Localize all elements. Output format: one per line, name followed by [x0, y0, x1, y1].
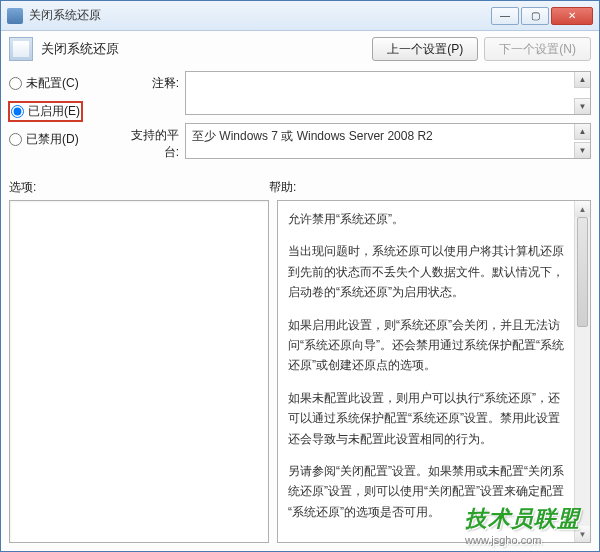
prev-setting-button[interactable]: 上一个设置(P) [372, 37, 478, 61]
platform-label: 支持的平台: [119, 123, 179, 161]
next-setting-button: 下一个设置(N) [484, 37, 591, 61]
nav-buttons: 上一个设置(P) 下一个设置(N) [372, 37, 591, 61]
comment-row: 注释: ▲ ▼ [119, 71, 591, 115]
options-pane [9, 200, 269, 543]
scroll-down-icon[interactable]: ▼ [574, 98, 590, 114]
help-content: 允许禁用“系统还原”。 当出现问题时，系统还原可以使用户将其计算机还原到先前的状… [278, 201, 590, 542]
minimize-button[interactable]: — [491, 7, 519, 25]
policy-icon [9, 37, 33, 61]
help-paragraph: 如果启用此设置，则“系统还原”会关闭，并且无法访问“系统还原向导”。还会禁用通过… [288, 315, 568, 376]
scrollbar-thumb[interactable] [577, 217, 588, 327]
scroll-up-icon[interactable]: ▲ [574, 72, 590, 88]
radio-disabled[interactable]: 已禁用(D) [9, 131, 109, 148]
scroll-down-icon[interactable]: ▼ [574, 142, 590, 158]
titlebar[interactable]: 关闭系统还原 — ▢ ✕ [1, 1, 599, 31]
scroll-down-icon[interactable]: ▼ [575, 526, 590, 542]
maximize-button[interactable]: ▢ [521, 7, 549, 25]
radio-label: 未配置(C) [26, 75, 79, 92]
help-paragraph: 允许禁用“系统还原”。 [288, 209, 568, 229]
main-panes: 允许禁用“系统还原”。 当出现问题时，系统还原可以使用户将其计算机还原到先前的状… [9, 200, 591, 543]
dialog-window: 关闭系统还原 — ▢ ✕ 关闭系统还原 上一个设置(P) 下一个设置(N) 未配… [0, 0, 600, 552]
radio-enabled[interactable]: 已启用(E) [9, 102, 82, 121]
comment-textbox[interactable]: ▲ ▼ [185, 71, 591, 115]
policy-title: 关闭系统还原 [41, 40, 372, 58]
platform-textbox: 至少 Windows 7 或 Windows Server 2008 R2 ▲ … [185, 123, 591, 159]
comment-label: 注释: [119, 71, 179, 92]
radio-not-configured-input[interactable] [9, 77, 22, 90]
options-label: 选项: [9, 179, 269, 196]
help-paragraph: 如果未配置此设置，则用户可以执行“系统还原”，还可以通过系统保护配置“系统还原”… [288, 388, 568, 449]
config-section: 未配置(C) 已启用(E) 已禁用(D) 注释: ▲ [9, 71, 591, 161]
scroll-up-icon[interactable]: ▲ [575, 201, 590, 217]
help-label: 帮助: [269, 179, 296, 196]
scroll-up-icon[interactable]: ▲ [574, 124, 590, 140]
scrollbar-track[interactable] [575, 217, 590, 526]
comment-value [186, 72, 590, 80]
help-paragraph: 当出现问题时，系统还原可以使用户将其计算机还原到先前的状态而不丢失个人数据文件。… [288, 241, 568, 302]
header-row: 关闭系统还原 上一个设置(P) 下一个设置(N) [9, 37, 591, 61]
help-scrollbar[interactable]: ▲ ▼ [574, 201, 590, 542]
window-controls: — ▢ ✕ [491, 7, 593, 25]
app-icon [7, 8, 23, 24]
radio-label: 已启用(E) [28, 103, 80, 120]
radio-group: 未配置(C) 已启用(E) 已禁用(D) [9, 71, 109, 161]
radio-disabled-input[interactable] [9, 133, 22, 146]
help-paragraph: 另请参阅“关闭配置”设置。如果禁用或未配置“关闭系统还原”设置，则可以使用“关闭… [288, 461, 568, 522]
dialog-body: 关闭系统还原 上一个设置(P) 下一个设置(N) 未配置(C) 已启用(E) 已 [1, 31, 599, 551]
window-title: 关闭系统还原 [29, 7, 491, 24]
fields-column: 注释: ▲ ▼ 支持的平台: 至少 Windows 7 或 Windows Se… [119, 71, 591, 161]
radio-label: 已禁用(D) [26, 131, 79, 148]
help-pane: 允许禁用“系统还原”。 当出现问题时，系统还原可以使用户将其计算机还原到先前的状… [277, 200, 591, 543]
radio-not-configured[interactable]: 未配置(C) [9, 75, 109, 92]
close-button[interactable]: ✕ [551, 7, 593, 25]
platform-value: 至少 Windows 7 或 Windows Server 2008 R2 [186, 124, 590, 149]
radio-enabled-input[interactable] [11, 105, 24, 118]
section-headers: 选项: 帮助: [9, 179, 591, 196]
platform-row: 支持的平台: 至少 Windows 7 或 Windows Server 200… [119, 123, 591, 161]
